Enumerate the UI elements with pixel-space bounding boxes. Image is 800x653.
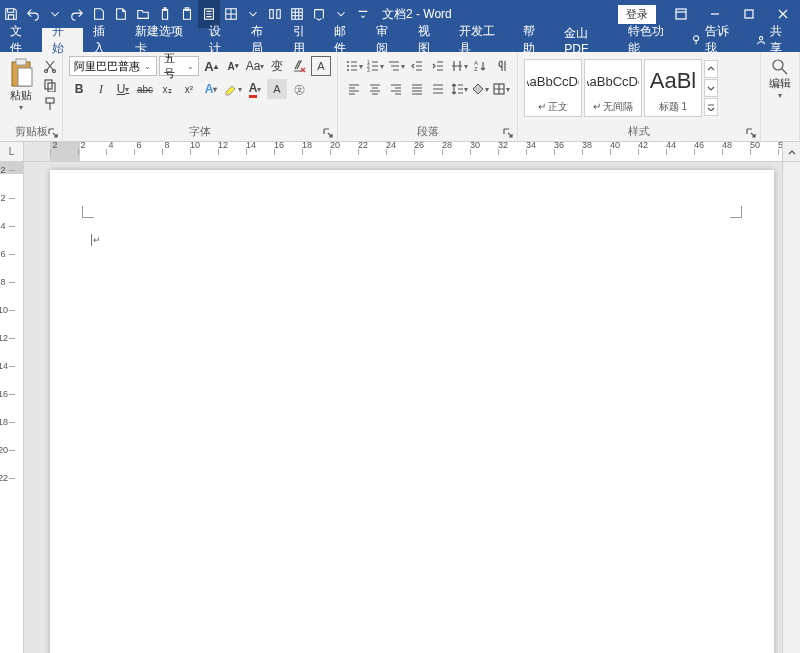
- increase-indent-icon[interactable]: [428, 56, 448, 76]
- group-label-styles: 样式: [520, 122, 758, 141]
- font-color-icon[interactable]: A▾: [245, 79, 265, 99]
- style-name-label: 标题 1: [647, 100, 699, 114]
- tab-design[interactable]: 设计: [199, 28, 241, 52]
- tab-mailings[interactable]: 邮件: [324, 28, 366, 52]
- dialog-launcher-font[interactable]: [323, 127, 335, 139]
- group-label-paragraph: 段落: [340, 122, 515, 141]
- format-painter-icon[interactable]: [42, 96, 58, 112]
- show-marks-icon[interactable]: [491, 56, 511, 76]
- vertical-ruler[interactable]: 2246810121416182022: [0, 162, 24, 653]
- svg-rect-2: [270, 10, 274, 19]
- character-border-icon[interactable]: A: [311, 56, 331, 76]
- chevron-down-icon: ▾: [19, 103, 23, 112]
- decrease-indent-icon[interactable]: [407, 56, 427, 76]
- italic-button[interactable]: I: [91, 79, 111, 99]
- shrink-font-icon[interactable]: A▾: [223, 56, 243, 76]
- share-button[interactable]: 共享: [746, 28, 800, 52]
- grow-font-icon[interactable]: A▴: [201, 56, 221, 76]
- maximize-icon[interactable]: [732, 0, 766, 28]
- tab-file[interactable]: 文件: [0, 28, 42, 52]
- styles-expand-icon[interactable]: [704, 98, 718, 116]
- bullet-list-icon[interactable]: ▾: [344, 56, 364, 76]
- svg-text:3: 3: [367, 67, 370, 73]
- align-justify-icon[interactable]: [407, 79, 427, 99]
- ribbon-tabs: 文件 开始 插入 新建选项卡 设计 布局 引用 邮件 审阅 视图 开发工具 帮助…: [0, 28, 800, 52]
- ribbon: 粘贴 ▾ 剪贴板 阿里巴巴普惠⌄ 五号⌄ A▴ A▾ Aa▾: [0, 52, 800, 142]
- find-button[interactable]: 编辑 ▾: [769, 58, 791, 100]
- tab-review[interactable]: 审阅: [366, 28, 408, 52]
- align-center-icon[interactable]: [365, 79, 385, 99]
- style-heading1[interactable]: AaBl 标题 1: [644, 59, 702, 117]
- enclose-character-icon[interactable]: ㉆: [289, 79, 309, 99]
- paste-button[interactable]: 粘贴 ▾: [6, 56, 36, 114]
- scroll-up-button[interactable]: [782, 142, 800, 161]
- tab-help[interactable]: 帮助: [513, 28, 555, 52]
- svg-point-26: [773, 60, 783, 70]
- highlight-icon[interactable]: ▾: [223, 79, 243, 99]
- tab-selector[interactable]: L: [0, 142, 24, 161]
- style-preview: AaBbCcDd: [527, 62, 579, 100]
- text-cursor: |↵: [90, 232, 101, 246]
- clear-format-icon[interactable]: [289, 56, 309, 76]
- tell-me-button[interactable]: 告诉我: [681, 28, 746, 52]
- copy-icon[interactable]: [42, 77, 58, 93]
- align-right-icon[interactable]: [386, 79, 406, 99]
- character-shading-icon[interactable]: A: [267, 79, 287, 99]
- subscript-button[interactable]: x₂: [157, 79, 177, 99]
- align-distribute-icon[interactable]: [428, 79, 448, 99]
- borders-icon[interactable]: ▾: [491, 79, 511, 99]
- tab-references[interactable]: 引用: [283, 28, 325, 52]
- number-list-icon[interactable]: 123▾: [365, 56, 385, 76]
- line-spacing-icon[interactable]: ▾: [449, 79, 469, 99]
- align-left-icon[interactable]: [344, 79, 364, 99]
- phonetic-guide-icon[interactable]: 变: [267, 56, 287, 76]
- multilevel-list-icon[interactable]: ▾: [386, 56, 406, 76]
- document-canvas[interactable]: |↵: [24, 162, 782, 653]
- login-button[interactable]: 登录: [618, 5, 656, 24]
- tab-wps-pdf[interactable]: 金山PDF: [554, 28, 617, 52]
- tab-developer[interactable]: 开发工具: [449, 28, 512, 52]
- group-label-font: 字体: [65, 122, 335, 141]
- shading-icon[interactable]: ▾: [470, 79, 490, 99]
- group-clipboard: 粘贴 ▾ 剪贴板: [0, 52, 63, 141]
- text-effects-icon[interactable]: A▾: [201, 79, 221, 99]
- style-no-spacing[interactable]: AaBbCcDd ↵ 无间隔: [584, 59, 642, 117]
- svg-point-18: [347, 65, 349, 67]
- ruler-row: L 22468101214161820222426283032343638404…: [0, 142, 800, 162]
- dialog-launcher-clipboard[interactable]: [48, 127, 60, 139]
- tab-insert[interactable]: 插入: [83, 28, 125, 52]
- superscript-button[interactable]: x²: [179, 79, 199, 99]
- strikethrough-button[interactable]: abc: [135, 79, 155, 99]
- underline-button[interactable]: U▾: [113, 79, 133, 99]
- group-label-editing: [763, 125, 797, 141]
- margin-corner-tl: [82, 206, 94, 218]
- horizontal-ruler[interactable]: 2246810121416182022242628303234363840424…: [24, 142, 782, 161]
- font-name-select[interactable]: 阿里巴巴普惠⌄: [69, 56, 157, 76]
- font-name-value: 阿里巴巴普惠: [74, 59, 140, 74]
- window-title: 文档2 - Word: [374, 6, 618, 23]
- margin-corner-tr: [730, 206, 742, 218]
- svg-rect-6: [745, 10, 753, 18]
- tab-custom[interactable]: 新建选项卡: [125, 28, 199, 52]
- sort-icon[interactable]: AZ: [470, 56, 490, 76]
- bold-button[interactable]: B: [69, 79, 89, 99]
- tab-home[interactable]: 开始: [42, 28, 84, 52]
- tab-special[interactable]: 特色功能: [618, 28, 681, 52]
- change-case-button[interactable]: Aa▾: [245, 56, 265, 76]
- svg-point-17: [347, 61, 349, 63]
- vertical-scrollbar[interactable]: [782, 162, 800, 653]
- styles-scroll-down-icon[interactable]: [704, 79, 718, 97]
- group-font: 阿里巴巴普惠⌄ 五号⌄ A▴ A▾ Aa▾ 变 A B I U▾ abc x₂ …: [63, 52, 338, 141]
- dialog-launcher-styles[interactable]: [746, 127, 758, 139]
- asian-layout-icon[interactable]: ▾: [449, 56, 469, 76]
- dialog-launcher-paragraph[interactable]: [503, 127, 515, 139]
- font-size-select[interactable]: 五号⌄: [159, 56, 199, 76]
- page[interactable]: |↵: [50, 170, 774, 653]
- style-normal[interactable]: AaBbCcDd ↵ 正文: [524, 59, 582, 117]
- svg-rect-10: [16, 59, 26, 65]
- editing-label: 编辑: [769, 76, 791, 91]
- tab-layout[interactable]: 布局: [241, 28, 283, 52]
- tab-view[interactable]: 视图: [408, 28, 450, 52]
- styles-scroll-up-icon[interactable]: [704, 60, 718, 78]
- cut-icon[interactable]: [42, 58, 58, 74]
